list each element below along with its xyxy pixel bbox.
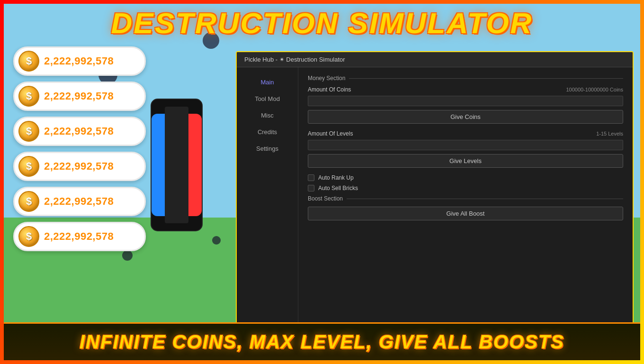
coin-badge-6: 2,222,992,578 bbox=[13, 222, 146, 251]
levels-input[interactable] bbox=[308, 140, 623, 150]
panel-body: Main Tool Mod Misc Credits Settings bbox=[237, 67, 633, 323]
bottom-banner: INFINITE COINS, MAX LEVEL, GIVE ALL BOOS… bbox=[4, 322, 640, 360]
sidebar-item-credits[interactable]: Credits bbox=[237, 125, 298, 139]
levels-label: Amount Of Levels bbox=[308, 130, 353, 137]
bottom-banner-text: INFINITE COINS, MAX LEVEL, GIVE ALL BOOS… bbox=[80, 331, 564, 353]
switch-decoration bbox=[151, 99, 203, 231]
coin-icon-2 bbox=[18, 86, 39, 107]
coin-badge-4: 2,222,992,578 bbox=[13, 152, 146, 181]
panel-sidebar: Main Tool Mod Misc Credits Settings bbox=[237, 67, 298, 323]
auto-sell-checkbox[interactable] bbox=[308, 185, 314, 191]
give-coins-button[interactable]: Give Coins bbox=[308, 110, 623, 124]
blob-6 bbox=[122, 250, 133, 261]
coin-value-6: 2,222,992,578 bbox=[44, 230, 114, 243]
sidebar-item-toolmod[interactable]: Tool Mod bbox=[237, 91, 298, 106]
sidebar-item-settings[interactable]: Settings bbox=[237, 141, 298, 156]
coin-icon-5 bbox=[18, 191, 39, 212]
levels-hint: 1-15 Levels bbox=[596, 131, 623, 136]
coin-value-2: 2,222,992,578 bbox=[44, 90, 114, 102]
money-section-header: Money Section bbox=[308, 75, 623, 82]
coin-value-4: 2,222,992,578 bbox=[44, 160, 114, 173]
coins-field-row: Amount Of Coins 100000-10000000 Coins bbox=[308, 86, 623, 93]
coin-badges-container: 2,222,992,578 2,222,992,578 2,222,992,57… bbox=[13, 46, 146, 251]
panel-content: Money Section Amount Of Coins 100000-100… bbox=[298, 67, 633, 323]
panel-title-text: Pickle Hub - ✴ Destruction Simulator bbox=[244, 56, 345, 63]
coin-badge-1: 2,222,992,578 bbox=[13, 46, 146, 76]
coin-icon-3 bbox=[18, 121, 39, 142]
sidebar-item-misc[interactable]: Misc bbox=[237, 108, 298, 123]
switch-screen bbox=[165, 107, 188, 223]
auto-sell-label: Auto Sell Bricks bbox=[318, 185, 358, 191]
coin-badge-5: 2,222,992,578 bbox=[13, 187, 146, 216]
coins-hint: 100000-10000000 Coins bbox=[566, 87, 624, 92]
inner-background: DESTRUCTION SIMULATOR 2,222,992,578 2,22… bbox=[4, 4, 640, 360]
auto-rank-row: Auto Rank Up bbox=[308, 174, 623, 181]
auto-rank-checkbox[interactable] bbox=[308, 174, 314, 181]
page-title: DESTRUCTION SIMULATOR bbox=[111, 7, 533, 39]
panel-titlebar: Pickle Hub - ✴ Destruction Simulator bbox=[237, 52, 633, 67]
coin-value-3: 2,222,992,578 bbox=[44, 125, 114, 137]
title-bar: DESTRUCTION SIMULATOR bbox=[4, 6, 640, 40]
main-panel: Pickle Hub - ✴ Destruction Simulator Mai… bbox=[236, 51, 634, 326]
give-all-boost-button[interactable]: Give All Boost bbox=[308, 207, 623, 220]
coin-icon-6 bbox=[18, 226, 39, 247]
give-levels-button[interactable]: Give Levels bbox=[308, 154, 623, 168]
coins-input[interactable] bbox=[308, 96, 623, 106]
coin-badge-2: 2,222,992,578 bbox=[13, 82, 146, 111]
coin-icon-4 bbox=[18, 156, 39, 177]
blob-7 bbox=[212, 236, 221, 245]
coin-value-5: 2,222,992,578 bbox=[44, 195, 114, 208]
sidebar-item-main[interactable]: Main bbox=[237, 75, 298, 90]
joycon-left bbox=[152, 114, 165, 216]
auto-rank-label: Auto Rank Up bbox=[318, 174, 354, 181]
coin-badge-3: 2,222,992,578 bbox=[13, 117, 146, 146]
boost-section-header: Boost Section bbox=[308, 195, 623, 202]
coins-label: Amount Of Coins bbox=[308, 86, 351, 93]
coin-icon-1 bbox=[18, 51, 39, 72]
auto-sell-row: Auto Sell Bricks bbox=[308, 185, 623, 191]
coin-value-1: 2,222,992,578 bbox=[44, 55, 114, 67]
joycon-right bbox=[188, 114, 202, 216]
levels-field-row: Amount Of Levels 1-15 Levels bbox=[308, 130, 623, 137]
